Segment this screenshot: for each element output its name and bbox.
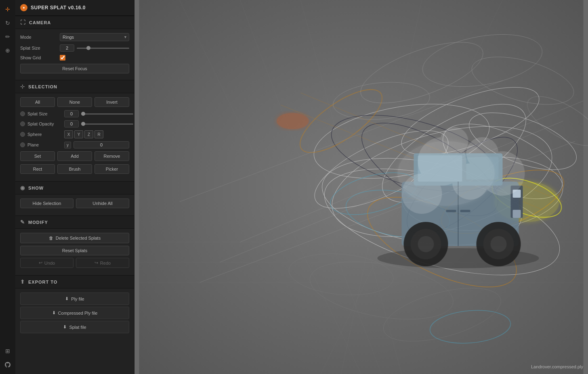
select-none-button[interactable]: None <box>57 97 92 107</box>
sphere-label: Sphere <box>27 132 62 137</box>
brush-button[interactable]: Brush <box>57 164 92 174</box>
export-compressed-ply-button[interactable]: ⬇ Compressed Ply file <box>20 307 129 319</box>
globe-icon[interactable]: ⊕ <box>2 44 14 56</box>
show-grid-row: Show Grid <box>20 55 129 61</box>
show-grid-checkbox[interactable] <box>60 55 65 61</box>
selection-sphere-row: Sphere X Y Z R <box>20 130 129 138</box>
reset-focus-button[interactable]: Reset Focus <box>20 64 129 73</box>
plane-value-input[interactable] <box>74 141 129 148</box>
plane-axis-btn[interactable]: y <box>64 142 71 148</box>
mode-select-wrapper: Rings Orbit Fly ▼ <box>60 33 129 41</box>
sphere-x-button[interactable]: X <box>64 130 73 138</box>
hide-unhide-row: Hide Selection Unhide All <box>20 198 129 208</box>
select-all-button[interactable]: All <box>20 97 55 107</box>
github-icon[interactable] <box>2 359 14 371</box>
rect-brush-picker-row: Rect Brush Picker <box>20 164 129 174</box>
sel-splat-opacity-slider[interactable] <box>81 123 133 125</box>
add-button[interactable]: Add <box>57 151 92 161</box>
move-icon[interactable]: ✛ <box>2 3 14 15</box>
svg-point-49 <box>491 236 507 252</box>
viewport-canvas <box>134 0 588 374</box>
sidebar: ● SUPER SPLAT v0.16.0 ⛶ CAMERA Mode Ring… <box>15 0 134 374</box>
reset-splats-button[interactable]: Reset Splats <box>20 246 129 255</box>
sphere-indicator <box>20 132 25 137</box>
plane-indicator <box>20 142 25 147</box>
undo-button[interactable]: ↩ Undo <box>20 258 74 268</box>
sel-splat-opacity-input[interactable] <box>64 120 79 127</box>
modify-icon: ✎ <box>20 219 25 225</box>
selection-splat-size-row: Splat Size <box>20 110 129 117</box>
download-splat-icon: ⬇ <box>63 324 67 330</box>
camera-icon: ⛶ <box>20 19 26 25</box>
show-icon: ◉ <box>20 185 25 191</box>
selection-splat-opacity-row: Splat Opacity <box>20 120 129 127</box>
splat-size-indicator <box>20 111 25 116</box>
grid-icon[interactable]: ⊞ <box>2 345 14 357</box>
trash-icon: 🗑 <box>49 236 53 240</box>
splat-size-row: Splat Size 2 <box>20 44 129 52</box>
brush-icon[interactable]: ✏ <box>2 31 14 43</box>
viewport[interactable]: Landrover.compressed.ply <box>134 0 588 374</box>
svg-rect-52 <box>460 210 470 212</box>
set-add-remove-row: Set Add Remove <box>20 151 129 161</box>
selection-all-none-row: All None Invert <box>20 97 129 107</box>
download-ply-icon: ⬇ <box>65 296 69 301</box>
selection-section-content: All None Invert Splat Size Splat Opacity… <box>15 93 134 181</box>
svg-point-29 <box>277 113 309 129</box>
camera-section-label: CAMERA <box>29 20 51 25</box>
selection-icon: ⊹ <box>20 84 25 90</box>
selection-section-header: ⊹ SELECTION <box>15 80 134 93</box>
sel-splat-opacity-label: Splat Opacity <box>27 121 62 126</box>
svg-rect-51 <box>446 210 456 212</box>
download-compressed-icon: ⬇ <box>52 310 56 315</box>
sphere-y-button[interactable]: Y <box>74 130 83 138</box>
sel-splat-size-input[interactable] <box>64 110 79 117</box>
icon-bar: ✛ ↻ ✏ ⊕ ⊞ <box>0 0 15 374</box>
select-invert-button[interactable]: Invert <box>94 97 129 107</box>
redo-button[interactable]: ↪ Redo <box>76 258 129 268</box>
splat-size-label: Splat Size <box>20 46 57 50</box>
undo-icon: ↩ <box>39 260 42 265</box>
splat-size-input[interactable]: 2 <box>60 44 74 52</box>
modify-section-content: 🗑 Delete Selected Splats Reset Splats ↩ … <box>15 229 134 275</box>
show-section-label: SHOW <box>28 186 44 190</box>
svg-point-59 <box>398 141 495 206</box>
mode-select[interactable]: Rings Orbit Fly <box>60 33 129 41</box>
remove-button[interactable]: Remove <box>94 151 129 161</box>
export-splat-button[interactable]: ⬇ Splat file <box>20 321 129 333</box>
splat-size-slider-row: 2 <box>60 44 129 52</box>
app-logo: ● <box>20 4 27 11</box>
set-button[interactable]: Set <box>20 151 55 161</box>
sphere-axis-buttons: X Y Z R <box>64 130 103 138</box>
mode-label: Mode <box>20 35 57 40</box>
show-grid-label: Show Grid <box>20 55 57 60</box>
show-section-header: ◉ SHOW <box>15 181 134 194</box>
sphere-r-button[interactable]: R <box>94 130 103 138</box>
filename-label: Landrover.compressed.ply <box>531 364 583 369</box>
splat-opacity-indicator <box>20 121 25 126</box>
plane-label: Plane <box>27 142 62 147</box>
unhide-all-button[interactable]: Unhide All <box>76 198 129 208</box>
rect-button[interactable]: Rect <box>20 164 55 174</box>
redo-icon: ↪ <box>94 260 98 265</box>
modify-section-header: ✎ MODIFY <box>15 215 134 229</box>
export-section-header: ⬆ EXPORT TO <box>15 275 134 288</box>
camera-section-content: Mode Rings Orbit Fly ▼ Splat Size 2 Show… <box>15 29 134 80</box>
sel-splat-size-slider[interactable] <box>81 113 133 115</box>
camera-section-header: ⛶ CAMERA <box>15 16 134 29</box>
svg-point-46 <box>418 236 434 252</box>
export-section-label: EXPORT TO <box>28 280 57 284</box>
splat-size-slider[interactable] <box>77 48 129 49</box>
picker-button[interactable]: Picker <box>94 164 129 174</box>
sphere-z-button[interactable]: Z <box>84 130 93 138</box>
delete-selected-button[interactable]: 🗑 Delete Selected Splats <box>20 233 129 243</box>
export-ply-button[interactable]: ⬇ Ply file <box>20 293 129 305</box>
show-grid-checkbox-wrap <box>60 55 65 61</box>
sel-splat-size-label: Splat Size <box>27 111 62 116</box>
rotate-icon[interactable]: ↻ <box>2 17 14 29</box>
selection-plane-row: Plane y <box>20 141 129 148</box>
hide-selection-button[interactable]: Hide Selection <box>20 198 74 208</box>
mode-row: Mode Rings Orbit Fly ▼ <box>20 33 129 41</box>
export-section-content: ⬇ Ply file ⬇ Compressed Ply file ⬇ Splat… <box>15 288 134 339</box>
export-icon: ⬆ <box>20 279 25 285</box>
